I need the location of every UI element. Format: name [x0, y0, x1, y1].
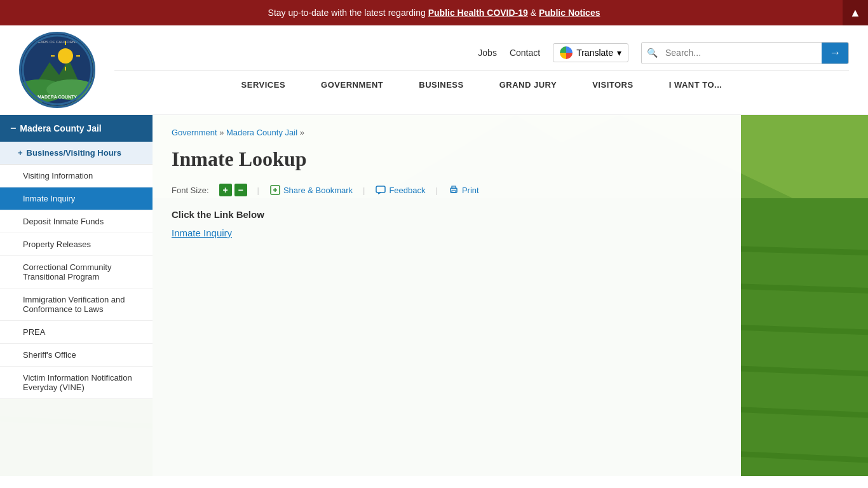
notices-link[interactable]: Public Notices	[539, 8, 600, 18]
breadcrumb-sep2: »	[300, 128, 304, 137]
main-content: Government » Madera County Jail » Inmate…	[153, 115, 741, 476]
sidebar-item-immigration[interactable]: Immigration Verification and Conformance…	[0, 288, 153, 321]
share-icon	[269, 184, 281, 196]
alert-text: Stay up-to-date with the latest regardin…	[268, 8, 428, 18]
font-size-label: Font Size:	[172, 186, 209, 195]
breadcrumb-sep1: »	[219, 128, 226, 137]
sidebar-item-property-releases[interactable]: Property Releases	[0, 233, 153, 256]
sidebar-item-deposit-funds[interactable]: Deposit Inmate Funds	[0, 210, 153, 233]
header-right: Jobs Contact Translate ▾ 🔍 → SERVICES GO…	[114, 42, 849, 98]
content-text: Click the Link Below	[172, 209, 722, 220]
contact-link[interactable]: Contact	[510, 48, 540, 58]
breadcrumb-government[interactable]: Government	[172, 128, 217, 137]
svg-text:MADERA COUNTY: MADERA COUNTY	[37, 95, 77, 99]
font-size-control: + −	[219, 184, 247, 196]
translate-chevron-icon: ▾	[617, 48, 621, 58]
sidebar-item-sheriffs-office[interactable]: Sheriff's Office	[0, 344, 153, 367]
sidebar-sub-item[interactable]: + Business/Visiting Hours	[0, 142, 153, 165]
scroll-top-button[interactable]: ▲	[843, 0, 868, 25]
nav-business[interactable]: BUSINESS	[401, 71, 481, 98]
logo-svg: MADERA COUNTY YEARS OF CALIFORNIA	[21, 34, 93, 106]
translate-icon	[560, 46, 573, 59]
logo-area: MADERA COUNTY YEARS OF CALIFORNIA	[19, 32, 95, 108]
share-label: Share & Bookmark	[283, 186, 353, 195]
sidebar-item-vine[interactable]: Victim Information Notification Everyday…	[0, 367, 153, 399]
breadcrumb: Government » Madera County Jail »	[172, 128, 722, 137]
collapse-icon: −	[10, 123, 16, 134]
sidebar-item-inmate-inquiry[interactable]: Inmate Inquiry	[0, 187, 153, 210]
feedback-label: Feedback	[389, 186, 425, 195]
main-nav: SERVICES GOVERNMENT BUSINESS GRAND JURY …	[114, 71, 849, 98]
header: MADERA COUNTY YEARS OF CALIFORNIA Jobs C…	[0, 25, 868, 115]
toolbar: Font Size: + − | Share & Bookmark | Feed…	[172, 184, 722, 196]
nav-i-want-to[interactable]: I WANT TO...	[651, 71, 740, 98]
divider3: |	[436, 186, 438, 195]
logo: MADERA COUNTY YEARS OF CALIFORNIA	[19, 32, 95, 108]
search-submit-button[interactable]: →	[822, 43, 848, 64]
nav-visitors[interactable]: VISITORS	[574, 71, 651, 98]
print-label: Print	[462, 186, 479, 195]
divider1: |	[257, 186, 259, 195]
sidebar-item-prea[interactable]: PREA	[0, 321, 153, 344]
alert-connector: &	[531, 8, 539, 18]
sidebar-item-correctional-program[interactable]: Correctional Community Transitional Prog…	[0, 256, 153, 288]
svg-point-2	[58, 48, 73, 64]
sidebar-main-label: Madera County Jail	[20, 123, 101, 133]
top-links: Jobs Contact Translate ▾ 🔍 →	[478, 42, 849, 64]
jobs-link[interactable]: Jobs	[478, 48, 497, 58]
svg-rect-26	[376, 186, 385, 193]
search-bar: 🔍 →	[641, 42, 849, 64]
expand-icon: +	[18, 148, 23, 158]
svg-rect-30	[452, 191, 456, 193]
content-area: − Madera County Jail + Business/Visiting…	[0, 115, 868, 476]
breadcrumb-jail[interactable]: Madera County Jail	[226, 128, 297, 137]
font-decrease-button[interactable]: −	[234, 184, 247, 196]
nav-services[interactable]: SERVICES	[224, 71, 304, 98]
sidebar: − Madera County Jail + Business/Visiting…	[0, 115, 153, 476]
print-icon	[448, 184, 459, 196]
translate-button[interactable]: Translate ▾	[553, 43, 628, 62]
covid-link[interactable]: Public Health COVID-19	[428, 8, 528, 18]
divider2: |	[363, 186, 365, 195]
print-button[interactable]: Print	[448, 184, 479, 196]
sidebar-main-item[interactable]: − Madera County Jail	[0, 115, 153, 142]
share-bookmark-button[interactable]: Share & Bookmark	[269, 184, 353, 196]
svg-text:YEARS OF CALIFORNIA: YEARS OF CALIFORNIA	[36, 40, 79, 44]
inmate-inquiry-link[interactable]: Inmate Inquiry	[172, 227, 232, 238]
nav-government[interactable]: GOVERNMENT	[303, 71, 401, 98]
feedback-button[interactable]: Feedback	[375, 184, 425, 196]
page-title: Inmate Lookup	[172, 147, 722, 171]
sidebar-item-visiting-info[interactable]: Visiting Information	[0, 165, 153, 187]
nav-grand-jury[interactable]: GRAND JURY	[482, 71, 574, 98]
sidebar-sub-label: Business/Visiting Hours	[27, 148, 121, 158]
font-increase-button[interactable]: +	[219, 184, 232, 196]
search-input[interactable]	[663, 44, 822, 62]
feedback-icon	[375, 184, 386, 196]
alert-banner: Stay up-to-date with the latest regardin…	[0, 0, 868, 25]
search-arrow-icon: →	[829, 46, 841, 60]
search-magnifier-icon: 🔍	[642, 44, 663, 62]
translate-label: Translate	[576, 48, 613, 58]
